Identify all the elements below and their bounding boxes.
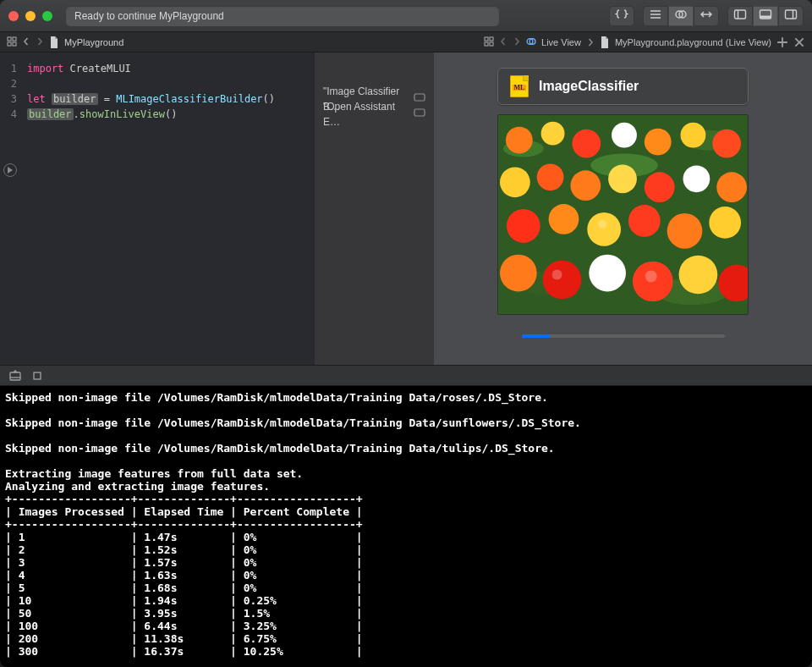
arrows-icon [700, 8, 713, 23]
quicklook-icon[interactable] [414, 91, 425, 107]
right-panel-toggle[interactable] [778, 6, 804, 26]
add-assistant-button[interactable] [776, 36, 788, 48]
svg-point-42 [667, 213, 703, 249]
breadcrumb-left: MyPlayground [7, 36, 123, 48]
nav-back-button[interactable] [22, 37, 30, 47]
svg-rect-16 [414, 94, 425, 101]
svg-rect-2 [735, 10, 746, 19]
toolbar-braces-button[interactable] [609, 6, 634, 26]
line-number: 4 [0, 107, 17, 122]
code-var: builder [52, 93, 98, 105]
xcode-window: Ready to continue MyPlayground [0, 0, 812, 667]
console-output[interactable]: Skipped non-image file /Volumes/RamDisk/… [0, 386, 812, 667]
training-image-preview [497, 114, 749, 315]
svg-point-35 [645, 172, 675, 202]
right-panel-icon [784, 8, 798, 23]
debug-toggle-button[interactable] [8, 370, 22, 382]
debug-stop-button[interactable] [30, 370, 44, 382]
svg-point-40 [587, 212, 621, 246]
status-text: Ready to continue MyPlayground [74, 10, 224, 22]
lines-icon [649, 8, 662, 23]
svg-rect-11 [490, 37, 493, 41]
svg-point-50 [552, 270, 562, 280]
minimize-window-button[interactable] [25, 11, 36, 21]
svg-point-28 [645, 129, 672, 156]
close-assistant-button[interactable] [793, 36, 805, 48]
code-keyword: let [27, 93, 46, 105]
code-var: builder [27, 108, 74, 120]
result-text: "Open Assistant E… [323, 99, 414, 130]
model-card-title: ImageClassifier [539, 79, 639, 94]
svg-point-48 [679, 256, 718, 295]
quicklook-icon[interactable] [414, 107, 425, 122]
breadcrumb-bar: MyPlayground Live View MyPlayground.play… [0, 32, 812, 52]
related-items-icon-right[interactable] [484, 36, 494, 48]
svg-point-24 [506, 127, 533, 154]
line-number: 2 [0, 76, 17, 91]
svg-rect-6 [8, 37, 11, 41]
svg-point-25 [541, 122, 565, 146]
svg-point-51 [645, 271, 657, 283]
close-window-button[interactable] [8, 11, 19, 21]
bottom-panel-toggle[interactable] [753, 6, 778, 26]
window-controls [8, 11, 52, 21]
svg-point-31 [500, 167, 530, 197]
svg-point-44 [500, 255, 537, 292]
code-dot: . [74, 108, 80, 120]
editor-mode-segment [643, 6, 719, 26]
zoom-window-button[interactable] [42, 11, 52, 21]
code-type: MLImageClassifierBuilder [116, 93, 262, 105]
result-row[interactable]: "Open Assistant E… [323, 107, 425, 122]
nav-back-right[interactable] [499, 37, 508, 47]
svg-rect-12 [485, 42, 488, 46]
debug-bar [0, 366, 812, 386]
nav-forward-button[interactable] [36, 37, 44, 47]
assistant-editor-button[interactable] [668, 6, 694, 26]
training-progress [522, 334, 725, 338]
related-items-icon[interactable] [7, 36, 17, 48]
file-icon [600, 36, 610, 48]
panel-toggle-segment [727, 6, 804, 26]
play-icon [8, 167, 13, 174]
braces-icon [615, 8, 628, 23]
svg-rect-53 [10, 372, 20, 380]
live-view-panel: ImageClassifier [434, 52, 812, 365]
breadcrumb-playground-file[interactable]: MyPlayground.playground (Live View) [600, 36, 771, 48]
file-icon [49, 36, 59, 48]
svg-point-45 [543, 261, 582, 300]
code-paren: () [165, 108, 177, 120]
line-gutter: 1 2 3 4 [0, 52, 20, 365]
svg-rect-8 [8, 42, 11, 46]
code-call: showInLiveView [80, 108, 165, 120]
svg-point-29 [681, 123, 706, 148]
svg-point-46 [589, 255, 626, 292]
training-progress-fill [522, 334, 551, 338]
svg-point-26 [572, 130, 601, 158]
left-panel-icon [733, 8, 747, 23]
line-number: 3 [0, 91, 17, 107]
code-editor[interactable]: import CreateMLUI let builder = MLImageC… [20, 52, 315, 365]
code-module: CreateMLUI [70, 63, 131, 74]
standard-editor-button[interactable] [643, 6, 668, 26]
breadcrumb-playground-name: MyPlayground.playground (Live View) [615, 37, 771, 47]
svg-point-41 [628, 205, 661, 237]
left-panel-toggle[interactable] [727, 6, 753, 26]
model-card[interactable]: ImageClassifier [497, 68, 749, 105]
svg-point-33 [570, 170, 601, 201]
breadcrumb-liveview[interactable]: Live View [541, 37, 581, 47]
svg-point-34 [608, 164, 637, 193]
svg-point-30 [712, 130, 741, 158]
svg-rect-54 [34, 372, 41, 379]
assistant-mode-icon[interactable] [526, 36, 536, 48]
breadcrumb-file[interactable]: MyPlayground [49, 36, 123, 48]
rings-icon [674, 8, 688, 23]
breadcrumb-filename: MyPlayground [64, 37, 123, 47]
line-number: 1 [0, 61, 17, 76]
version-editor-button[interactable] [694, 6, 719, 26]
svg-point-32 [537, 163, 564, 190]
results-sidebar: "Image Classifier B… "Open Assistant E… [315, 52, 434, 365]
code-keyword: import [27, 63, 63, 74]
run-playground-button[interactable] [3, 163, 17, 177]
svg-rect-5 [786, 10, 797, 19]
nav-forward-right[interactable] [513, 37, 521, 47]
